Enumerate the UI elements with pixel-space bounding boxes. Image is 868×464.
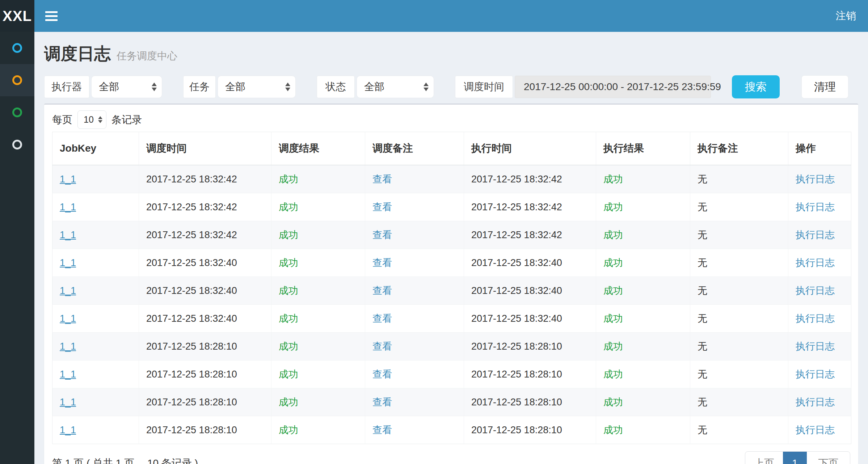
- trigger-msg-link[interactable]: 查看: [372, 313, 392, 324]
- trigger-result: 成功: [279, 341, 298, 352]
- handle-time: 2017-12-25 18:28:10: [471, 369, 562, 380]
- jobkey-link[interactable]: 1_1: [60, 202, 76, 212]
- sidebar: [0, 32, 34, 464]
- handle-time: 2017-12-25 18:32:42: [471, 202, 562, 212]
- trigger-msg-link[interactable]: 查看: [372, 425, 392, 435]
- jobkey-link[interactable]: 1_1: [60, 229, 76, 240]
- status-filter-group: 状态 全部: [317, 76, 434, 98]
- trigger-msg-link[interactable]: 查看: [372, 369, 392, 380]
- table-header-row: JobKey调度时间调度结果调度备注执行时间执行结果执行备注操作: [52, 132, 851, 165]
- handle-time: 2017-12-25 18:32:42: [471, 174, 562, 185]
- page-size-select[interactable]: 10: [77, 110, 106, 129]
- job-filter-group: 任务 全部: [183, 76, 296, 98]
- column-header: 执行结果: [596, 132, 690, 165]
- trigger-msg-link[interactable]: 查看: [372, 229, 392, 240]
- sidebar-item-2[interactable]: [0, 64, 34, 96]
- jobkey-link[interactable]: 1_1: [60, 174, 76, 185]
- table-row: 1_12017-12-25 18:32:42成功查看2017-12-25 18:…: [52, 165, 851, 193]
- table-row: 1_12017-12-25 18:32:40成功查看2017-12-25 18:…: [52, 305, 851, 333]
- execution-log-link[interactable]: 执行日志: [796, 174, 835, 185]
- handle-time: 2017-12-25 18:28:10: [471, 341, 562, 352]
- handle-result: 成功: [603, 369, 623, 380]
- status-select-value: 全部: [364, 80, 384, 94]
- table-row: 1_12017-12-25 18:28:10成功查看2017-12-25 18:…: [52, 333, 851, 360]
- jobkey-link[interactable]: 1_1: [60, 341, 76, 352]
- trigger-time: 2017-12-25 18:32:40: [146, 257, 237, 268]
- page-subtitle: 任务调度中心: [117, 49, 177, 63]
- executor-select[interactable]: 全部: [91, 76, 162, 98]
- brand-logo[interactable]: XXL: [0, 0, 34, 32]
- table-row: 1_12017-12-25 18:28:10成功查看2017-12-25 18:…: [52, 360, 851, 388]
- trigger-msg-link[interactable]: 查看: [372, 174, 392, 185]
- handle-result: 成功: [603, 285, 623, 296]
- handle-result: 成功: [603, 257, 623, 268]
- sidebar-item-3[interactable]: [0, 96, 34, 128]
- trigger-time: 2017-12-25 18:32:42: [146, 229, 237, 240]
- execution-log-link[interactable]: 执行日志: [796, 229, 835, 240]
- prev-page-button[interactable]: 上页: [745, 452, 783, 464]
- trigger-result: 成功: [279, 202, 298, 212]
- execution-log-link[interactable]: 执行日志: [796, 369, 835, 380]
- column-header: 调度时间: [139, 132, 271, 165]
- trigger-time: 2017-12-25 18:32:42: [146, 174, 237, 185]
- column-header: 调度结果: [271, 132, 365, 165]
- job-label: 任务: [183, 76, 216, 98]
- handle-result: 成功: [603, 425, 623, 435]
- handle-msg: 无: [698, 313, 707, 324]
- filter-row: 执行器 全部 任务 全部 状态 全部: [44, 75, 858, 98]
- execution-log-link[interactable]: 执行日志: [796, 425, 835, 435]
- execution-log-link[interactable]: 执行日志: [796, 397, 835, 408]
- current-page-button[interactable]: 1: [783, 452, 807, 464]
- column-header: 执行备注: [690, 132, 788, 165]
- handle-msg: 无: [698, 202, 707, 212]
- clear-button[interactable]: 清理: [801, 75, 848, 98]
- jobkey-link[interactable]: 1_1: [60, 369, 76, 380]
- select-arrows-icon: [98, 116, 102, 123]
- sidebar-item-1[interactable]: [0, 32, 34, 64]
- table-row: 1_12017-12-25 18:32:40成功查看2017-12-25 18:…: [52, 249, 851, 277]
- page-size-suffix: 条记录: [111, 113, 142, 127]
- logout-link[interactable]: 注销: [836, 9, 856, 23]
- page-summary: 第 1 页 ( 总共 1 页， 10 条记录 ): [52, 456, 198, 464]
- handle-time: 2017-12-25 18:28:10: [471, 425, 562, 435]
- execution-log-link[interactable]: 执行日志: [796, 257, 835, 268]
- handle-result: 成功: [603, 202, 623, 212]
- execution-log-link[interactable]: 执行日志: [796, 285, 835, 296]
- job-select[interactable]: 全部: [218, 76, 296, 98]
- trigger-msg-link[interactable]: 查看: [372, 202, 392, 212]
- jobkey-link[interactable]: 1_1: [60, 397, 76, 408]
- trigger-time-label: 调度时间: [455, 76, 513, 98]
- jobkey-link[interactable]: 1_1: [60, 313, 76, 324]
- handle-result: 成功: [603, 397, 623, 408]
- search-button[interactable]: 搜索: [732, 75, 780, 98]
- trigger-msg-link[interactable]: 查看: [372, 397, 392, 408]
- table-row: 1_12017-12-25 18:32:42成功查看2017-12-25 18:…: [52, 221, 851, 249]
- table-body: 1_12017-12-25 18:32:42成功查看2017-12-25 18:…: [52, 165, 851, 444]
- status-label: 状态: [317, 76, 355, 98]
- jobkey-link[interactable]: 1_1: [60, 425, 76, 435]
- trigger-result: 成功: [279, 229, 298, 240]
- handle-msg: 无: [698, 425, 707, 435]
- execution-log-link[interactable]: 执行日志: [796, 202, 835, 212]
- trigger-result: 成功: [279, 285, 298, 296]
- trigger-time-range-input[interactable]: 2017-12-25 00:00:00 - 2017-12-25 23:59:5…: [515, 76, 711, 98]
- status-select[interactable]: 全部: [357, 76, 434, 98]
- trigger-msg-link[interactable]: 查看: [372, 341, 392, 352]
- hamburger-icon[interactable]: [45, 9, 58, 23]
- sidebar-item-4[interactable]: [0, 128, 34, 161]
- handle-msg: 无: [698, 257, 707, 268]
- execution-log-link[interactable]: 执行日志: [796, 341, 835, 352]
- execution-log-link[interactable]: 执行日志: [796, 313, 835, 324]
- header-bar: 注销: [34, 0, 868, 32]
- jobkey-link[interactable]: 1_1: [60, 285, 76, 296]
- pagination: 上页 1 下页: [745, 451, 850, 464]
- column-header: JobKey: [52, 132, 139, 165]
- trigger-result: 成功: [279, 425, 298, 435]
- trigger-msg-link[interactable]: 查看: [372, 257, 392, 268]
- next-page-button[interactable]: 下页: [807, 452, 850, 464]
- trigger-result: 成功: [279, 369, 298, 380]
- trigger-time: 2017-12-25 18:28:10: [146, 425, 237, 435]
- jobkey-link[interactable]: 1_1: [60, 257, 76, 268]
- executor-filter-group: 执行器 全部: [44, 76, 162, 98]
- trigger-msg-link[interactable]: 查看: [372, 285, 392, 296]
